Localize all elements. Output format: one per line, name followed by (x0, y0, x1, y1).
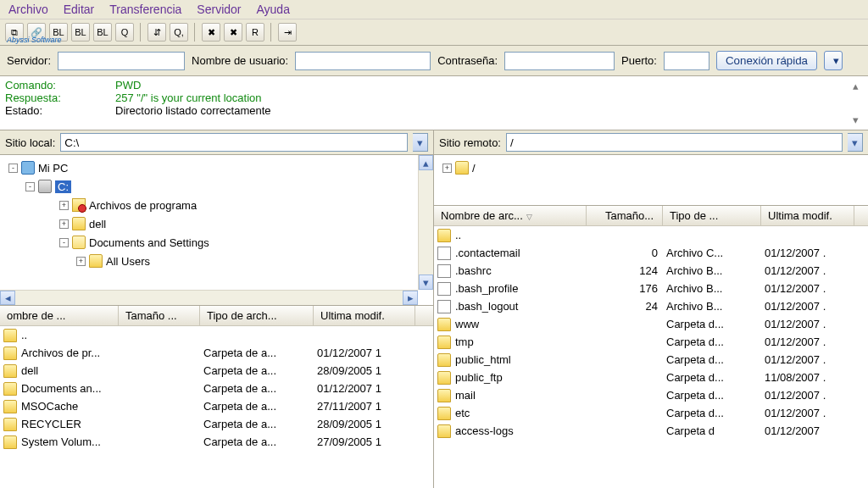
menu-archivo[interactable]: Archivo (8, 3, 48, 16)
tree-expander[interactable]: - (8, 164, 18, 173)
toolbar-button-5[interactable]: Q (115, 23, 134, 42)
user-input[interactable] (295, 52, 431, 70)
file-type: Carpeta de a... (203, 382, 317, 395)
scroll-right-icon[interactable]: ▸ (403, 291, 418, 305)
pass-input[interactable] (504, 52, 615, 70)
toolbar-button-6[interactable]: ⇵ (147, 23, 166, 42)
tree-expander[interactable]: + (76, 257, 86, 266)
list-item[interactable]: dellCarpeta de a...28/09/2005 1 (0, 362, 433, 380)
menu-transferencia[interactable]: Transferencia (109, 3, 181, 16)
scroll-left-icon[interactable]: ◂ (0, 291, 15, 305)
tree-expander[interactable]: + (59, 201, 69, 210)
local-path-input[interactable] (60, 133, 408, 152)
toolbar-button-10[interactable]: R (246, 23, 264, 42)
scroll-down-icon[interactable]: ▾ (419, 274, 433, 290)
list-item[interactable]: MSOCacheCarpeta de a...27/11/2007 1 (0, 397, 433, 415)
drive-icon (38, 180, 52, 193)
local-path-bar: Sitio local: ▾ (0, 130, 433, 155)
list-item[interactable]: RECYCLERCarpeta de a...28/09/2005 1 (0, 415, 433, 433)
remote-tree[interactable]: + / (434, 155, 868, 206)
column-header[interactable]: ombre de ... (0, 306, 119, 325)
list-item[interactable]: .. (434, 226, 868, 244)
quick-connect-history-button[interactable]: ▾ (824, 51, 843, 70)
local-pane: Sitio local: ▾ -Mi PC-C:+Archivos de pro… (0, 130, 434, 488)
file-modified: 28/09/2005 1 (317, 418, 419, 430)
port-input[interactable] (664, 52, 709, 70)
log-label: Estado: (5, 104, 115, 117)
remote-pane: Sitio remoto: ▾ + / Nombre de arc...▽Tam… (434, 130, 868, 488)
list-item[interactable]: Documents an...Carpeta de a...01/12/2007… (0, 380, 433, 397)
list-item[interactable]: .bash_logout24Archivo B...01/12/2007 . (434, 297, 868, 315)
remote-path-bar: Sitio remoto: ▾ (434, 130, 868, 155)
list-item[interactable]: public_ftpCarpeta d...11/08/2007 . (434, 369, 868, 386)
tree-node-label[interactable]: C: (55, 180, 71, 193)
list-item[interactable]: System Volum...Carpeta de a...27/09/2005… (0, 433, 433, 451)
file-name: public_html (455, 353, 511, 366)
local-file-list[interactable]: ombre de ...Tamaño ...Tipo de arch...Ult… (0, 306, 433, 488)
folder-icon (437, 407, 451, 420)
remote-file-list[interactable]: Nombre de arc...▽Tamaño...Tipo de ...Ult… (434, 206, 868, 488)
toolbar-button-9[interactable]: ✖ (224, 23, 242, 42)
list-item[interactable]: wwwCarpeta d...01/12/2007 . (434, 315, 868, 333)
local-path-dropdown[interactable]: ▾ (413, 133, 428, 152)
tree-node[interactable]: -C: (5, 177, 430, 196)
list-item[interactable]: etcCarpeta d...01/12/2007 . (434, 404, 868, 422)
folder-icon (3, 382, 17, 396)
list-item[interactable]: public_htmlCarpeta d...01/12/2007 . (434, 351, 868, 369)
tree-node-label[interactable]: Mi PC (38, 162, 68, 175)
file-modified: 28/09/2005 1 (317, 364, 419, 377)
list-item[interactable]: .bash_profile176Archivo B...01/12/2007 . (434, 280, 868, 297)
quick-connect-button[interactable]: Conexión rápida (716, 51, 817, 70)
list-item[interactable]: .. (0, 326, 433, 344)
column-header[interactable]: Ultima modif. (314, 306, 415, 325)
file-type: Carpeta de a... (203, 400, 317, 413)
list-item[interactable]: mailCarpeta d...01/12/2007 . (434, 386, 868, 404)
local-tree[interactable]: -Mi PC-C:+Archivos de programa+dell-Docu… (0, 155, 433, 306)
list-item[interactable]: tmpCarpeta d...01/12/2007 . (434, 333, 868, 351)
tree-node-label[interactable]: All Users (106, 255, 150, 268)
tree-expander[interactable]: + (442, 164, 452, 173)
folder-icon (3, 435, 17, 449)
tree-expander[interactable]: - (25, 182, 35, 191)
list-item[interactable]: access-logsCarpeta d01/12/2007 (434, 422, 868, 440)
remote-path-input[interactable] (506, 133, 843, 152)
tree-node-label[interactable]: / (472, 162, 476, 175)
tree-expander[interactable]: - (59, 238, 69, 247)
server-input[interactable] (58, 52, 185, 70)
tree-node[interactable]: +dell (5, 214, 430, 233)
scroll-up-icon[interactable]: ▴ (853, 80, 865, 92)
log-text: PWD (115, 79, 141, 92)
column-header[interactable]: Ultima modif. (761, 206, 854, 225)
tree-node-label[interactable]: Documents and Settings (89, 236, 209, 249)
scroll-down-icon[interactable]: ▾ (853, 114, 865, 126)
toolbar-button-11[interactable]: ⇥ (278, 23, 297, 42)
list-item[interactable]: .contactemail0Archivo C...01/12/2007 . (434, 244, 868, 262)
file-name: RECYCLER (21, 418, 81, 430)
toolbar-button-4[interactable]: BL (93, 23, 112, 42)
list-item[interactable]: Archivos de pr...Carpeta de a...01/12/20… (0, 344, 433, 362)
menu-editar[interactable]: Editar (64, 3, 95, 16)
column-header[interactable]: Tipo de ... (663, 206, 761, 225)
column-header[interactable]: Nombre de arc...▽ (434, 206, 587, 225)
column-header[interactable]: Tamaño ... (119, 306, 200, 325)
column-header[interactable]: Tamaño... (587, 206, 663, 225)
tree-expander[interactable]: + (59, 219, 69, 229)
tree-node[interactable]: -Documents and Settings (5, 233, 430, 252)
tree-node-label[interactable]: dell (89, 218, 106, 230)
remote-path-dropdown[interactable]: ▾ (848, 133, 863, 152)
menu-ayuda[interactable]: Ayuda (256, 3, 289, 16)
toolbar-button-3[interactable]: BL (71, 23, 90, 42)
column-header[interactable]: Tipo de arch... (200, 306, 314, 325)
folder-icon (89, 254, 103, 268)
list-item[interactable]: .bashrc124Archivo B...01/12/2007 . (434, 262, 868, 280)
folder-icon (437, 318, 451, 331)
tree-node[interactable]: -Mi PC (5, 158, 430, 177)
toolbar-button-7[interactable]: Q, (170, 23, 188, 42)
menu-servidor[interactable]: Servidor (197, 3, 241, 16)
tree-node[interactable]: +All Users (5, 252, 430, 270)
file-modified: 01/12/2007 . (765, 264, 858, 277)
scroll-up-icon[interactable]: ▴ (419, 155, 433, 170)
tree-node[interactable]: +Archivos de programa (5, 196, 430, 214)
toolbar-button-8[interactable]: ✖ (202, 23, 220, 42)
tree-node-label[interactable]: Archivos de programa (89, 199, 197, 212)
